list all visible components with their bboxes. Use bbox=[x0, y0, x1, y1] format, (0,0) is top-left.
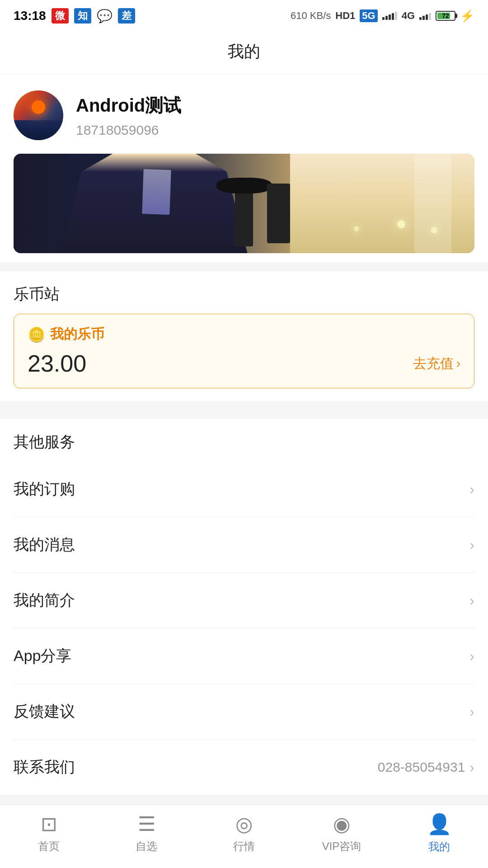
coin-card-body: 23.00 去充值 › bbox=[28, 350, 460, 377]
recharge-button[interactable]: 去充值 › bbox=[413, 354, 460, 373]
coin-amount: 23.00 bbox=[28, 350, 86, 377]
chevron-right-icon-subscription: › bbox=[469, 481, 474, 498]
banner-section bbox=[0, 154, 488, 262]
profile-name: Android测试 bbox=[76, 93, 181, 118]
nav-label-vip: VIP咨询 bbox=[322, 839, 361, 854]
nav-label-watchlist: 自选 bbox=[136, 839, 157, 854]
status-app-icon-other: 差 bbox=[118, 8, 135, 24]
nav-item-mine[interactable]: 👤 我的 bbox=[390, 812, 488, 854]
contact-value: 028-85054931 bbox=[378, 760, 465, 775]
services-title: 其他服务 bbox=[14, 432, 474, 453]
profile-section: Android测试 18718059096 bbox=[0, 74, 488, 154]
status-indicators: 610 KB/s HD1 5G 4G 72 ⚡ bbox=[291, 9, 474, 23]
menu-item-messages[interactable]: 我的消息 › bbox=[14, 517, 474, 573]
nav-item-market[interactable]: ◎ 行情 bbox=[195, 812, 293, 854]
coin-section-title: 乐币站 bbox=[14, 284, 474, 305]
battery-icon: 72 bbox=[436, 11, 455, 21]
menu-label-messages: 我的消息 bbox=[14, 534, 75, 555]
status-app-icon-msg: 💬 bbox=[97, 9, 113, 24]
signal-icon-2 bbox=[419, 12, 431, 20]
coin-card: 🪙 我的乐币 23.00 去充值 › bbox=[14, 314, 474, 388]
vip-icon: ◉ bbox=[333, 812, 350, 835]
profile-info: Android测试 18718059096 bbox=[76, 93, 181, 138]
chevron-right-icon-bio: › bbox=[469, 592, 474, 609]
chevron-right-icon-feedback: › bbox=[469, 703, 474, 720]
menu-label-subscription: 我的订购 bbox=[14, 479, 75, 500]
chevron-right-icon-messages: › bbox=[469, 537, 474, 553]
menu-item-subscription[interactable]: 我的订购 › bbox=[14, 462, 474, 517]
watchlist-icon: ☰ bbox=[138, 812, 155, 835]
menu-label-contact: 联系我们 bbox=[14, 757, 75, 778]
nav-label-mine: 我的 bbox=[428, 840, 450, 854]
avatar-image bbox=[14, 90, 63, 140]
signal-icon bbox=[382, 12, 397, 20]
mine-icon: 👤 bbox=[427, 812, 452, 836]
nav-item-home[interactable]: ⊡ 首页 bbox=[0, 812, 98, 854]
menu-item-feedback[interactable]: 反馈建议 › bbox=[14, 684, 474, 740]
section-divider-1 bbox=[0, 262, 488, 271]
nav-item-vip[interactable]: ◉ VIP咨询 bbox=[293, 812, 390, 854]
banner-image[interactable] bbox=[14, 154, 474, 253]
home-icon: ⊡ bbox=[41, 812, 57, 835]
menu-item-contact[interactable]: 联系我们 028-85054931 › bbox=[14, 740, 474, 795]
menu-item-share[interactable]: App分享 › bbox=[14, 628, 474, 684]
status-app-icon-weibo: 微 bbox=[52, 8, 69, 24]
menu-label-share: App分享 bbox=[14, 646, 72, 666]
page-title: 我的 bbox=[228, 42, 260, 61]
chevron-right-icon-share: › bbox=[469, 648, 474, 665]
menu-item-bio[interactable]: 我的简介 › bbox=[14, 573, 474, 628]
status-bar: 13:18 微 知 💬 差 610 KB/s HD1 5G 4G 72 ⚡ bbox=[0, 0, 488, 32]
coin-section: 乐币站 🪙 我的乐币 23.00 去充值 › bbox=[0, 271, 488, 401]
chevron-right-icon: › bbox=[456, 356, 460, 371]
menu-label-bio: 我的简介 bbox=[14, 590, 75, 611]
profile-phone: 18718059096 bbox=[76, 123, 181, 138]
menu-label-feedback: 反馈建议 bbox=[14, 701, 75, 722]
page-header: 我的 bbox=[0, 32, 488, 74]
services-section: 其他服务 我的订购 › 我的消息 › 我的简介 › App分享 › bbox=[0, 419, 488, 795]
avatar[interactable] bbox=[14, 90, 63, 140]
market-icon: ◎ bbox=[235, 812, 253, 835]
chevron-right-icon-contact: › bbox=[469, 759, 474, 776]
coin-icon: 🪙 bbox=[28, 326, 46, 343]
coin-label: 我的乐币 bbox=[50, 325, 104, 344]
coin-card-header: 🪙 我的乐币 bbox=[28, 325, 460, 344]
banner-visual bbox=[14, 154, 474, 253]
status-time: 13:18 微 知 💬 差 bbox=[14, 8, 135, 24]
nav-label-home: 首页 bbox=[38, 839, 60, 854]
nav-item-watchlist[interactable]: ☰ 自选 bbox=[98, 812, 195, 854]
status-app-icon-zhihu: 知 bbox=[74, 8, 91, 24]
menu-list: 我的订购 › 我的消息 › 我的简介 › App分享 › 反馈建议 bbox=[14, 462, 474, 795]
nav-label-market: 行情 bbox=[233, 839, 255, 854]
section-divider-2 bbox=[0, 401, 488, 410]
bottom-nav: ⊡ 首页 ☰ 自选 ◎ 行情 ◉ VIP咨询 👤 我的 bbox=[0, 805, 488, 868]
